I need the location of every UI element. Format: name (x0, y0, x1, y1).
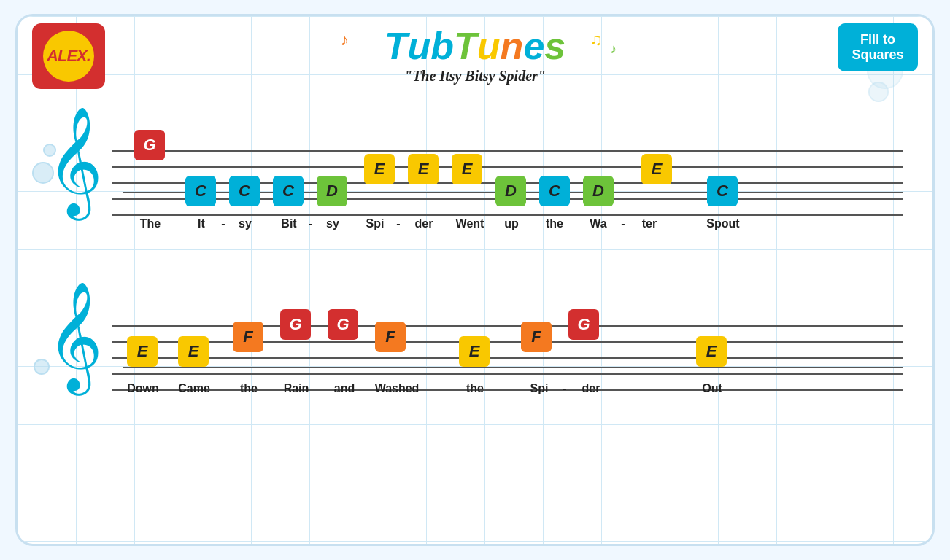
staff-line-2-5 (112, 389, 903, 391)
lyric-ter: ter (642, 217, 657, 230)
note-C5: C (707, 176, 738, 206)
note2-E1: E (127, 336, 158, 367)
lyric2-der: der (582, 382, 600, 395)
header: ALEX. ♪ TubTunes ♫ ♪ "The Itsy Bitsy Spi… (18, 16, 932, 92)
staff-line-1-2 (112, 166, 903, 168)
lyric-dash2: - (309, 217, 312, 230)
note-D3: D (583, 176, 614, 206)
lyric-the2: the (546, 217, 563, 230)
staff-line-2-1 (112, 325, 903, 327)
treble-clef-2: 𝄞 (47, 289, 103, 384)
lyric-the1: The (140, 217, 161, 230)
alex-inner: ALEX. (43, 31, 94, 82)
main-card: ALEX. ♪ TubTunes ♫ ♪ "The Itsy Bitsy Spi… (15, 14, 935, 546)
subtitle-text: "The Itsy Bitsy Spider" (404, 68, 546, 85)
lyric2-out: Out (702, 382, 722, 395)
lyric-bit: Bit (281, 217, 296, 230)
staff-line-2-3 (112, 357, 903, 359)
tubtunes-logo: TubTunes (385, 27, 565, 65)
note-G1: G (134, 130, 165, 160)
note2-E4: E (696, 336, 727, 367)
staff-line-1-5 (112, 214, 903, 216)
note-C3: C (273, 176, 304, 206)
fill-text: Fill toSquares (851, 32, 903, 62)
note-E3: E (452, 154, 482, 184)
note2-F3: F (521, 322, 552, 352)
content: ALEX. ♪ TubTunes ♫ ♪ "The Itsy Bitsy Spi… (18, 16, 932, 544)
deco-note-left: ♪ (341, 31, 349, 50)
lyric-spout: Spout (706, 217, 739, 230)
lyric2-rain: Rain (284, 382, 309, 395)
lyric2-and: and (334, 382, 355, 395)
lyric-dash4: - (621, 217, 625, 230)
note2-G3: G (568, 309, 599, 340)
note2-E2: E (178, 336, 209, 367)
note-C4: C (539, 176, 570, 206)
staff-line-2-4 (112, 373, 903, 375)
note2-G1: G (280, 309, 311, 340)
staff-line-1-1 (112, 150, 903, 152)
lyric-spi: Spi (366, 217, 385, 230)
deco-note-right: ♫ (590, 31, 603, 50)
lyric-it: It (198, 217, 205, 230)
note-D1: D (317, 176, 347, 206)
treble-clef-1: 𝄞 (47, 114, 103, 209)
staff-lines-2 (112, 325, 903, 391)
note-E2: E (408, 154, 439, 184)
lyric-wa: Wa (590, 217, 606, 230)
staff-line-2-2 (112, 341, 903, 343)
lyric-dash1: - (221, 217, 225, 230)
note2-F1: F (233, 322, 263, 352)
deco-note-right2: ♪ (610, 42, 617, 57)
tubtunes-title: ♪ TubTunes ♫ ♪ "The Itsy Bitsy Spider" (385, 27, 565, 85)
lyric2-spi: Spi (530, 382, 549, 395)
note-C2: C (229, 176, 260, 206)
note-C1: C (185, 176, 216, 206)
note-E4: E (641, 154, 672, 184)
alex-logo: ALEX. (32, 23, 105, 89)
lyric2-came: Came (178, 382, 210, 395)
lyric-went: Went (456, 217, 484, 230)
note-E1: E (364, 154, 395, 184)
lyric-sy2: sy (326, 217, 339, 230)
lyric-der: der (415, 217, 433, 230)
lyric-dash3: - (396, 217, 400, 230)
lyric2-dash: - (563, 382, 566, 395)
note2-G2: G (328, 309, 358, 340)
alex-text: ALEX. (47, 47, 90, 66)
lyric-up: up (504, 217, 519, 230)
lyric2-the: the (240, 382, 258, 395)
lyric2-the: the (466, 382, 484, 395)
staff-row-2: 𝄞 E E F G G F E F (39, 267, 911, 427)
lyric2-washed: Washed (375, 382, 420, 395)
lyric2-down: Down (127, 382, 159, 395)
note-line-2 (123, 367, 903, 368)
note2-F2: F (375, 322, 406, 352)
lyric-sy1: sy (239, 217, 252, 230)
note2-E3: E (459, 336, 490, 367)
fill-box: Fill toSquares (838, 23, 918, 71)
staff-row-1: 𝄞 G C C C D E E E D (39, 92, 911, 252)
note-D2: D (495, 176, 526, 206)
